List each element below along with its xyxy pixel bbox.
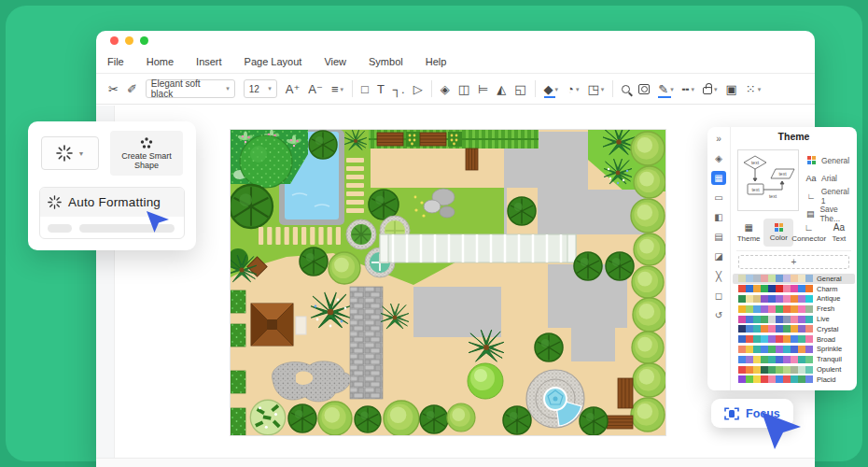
maximize-window-button[interactable]	[140, 36, 148, 45]
decrease-font-icon[interactable]: A⁻	[308, 83, 323, 95]
color-scheme-placid[interactable]: Placid	[733, 375, 855, 385]
clipart-icon[interactable]: ◪	[711, 249, 726, 263]
auto-format-icon	[56, 145, 73, 162]
color-swatch	[753, 346, 761, 353]
font-family-select[interactable]: Elegant soft black▾	[146, 79, 235, 98]
expand-icon[interactable]: ╳	[711, 269, 726, 283]
notes-icon[interactable]: ▤	[711, 230, 726, 244]
lock-icon[interactable]: ▾	[703, 83, 718, 94]
color-scheme-sprinkle[interactable]: Sprinkle	[733, 345, 855, 355]
menu-item-help[interactable]: Help	[426, 56, 447, 67]
color-scheme-list: GeneralCharmAntiqueFreshLiveCrystalBroad…	[733, 274, 855, 387]
add-color-scheme-button[interactable]: +	[738, 255, 849, 269]
color-swatch	[776, 316, 783, 323]
menu-item-page-layout[interactable]: Page Layout	[245, 56, 302, 67]
search-icon[interactable]	[622, 85, 630, 93]
auto-format-tool-button[interactable]: ▼	[41, 136, 99, 170]
color-scheme-fresh[interactable]: Fresh	[733, 304, 855, 314]
smart-shape-panel: ▼ Create Smart Shape Auto Formatting	[28, 121, 196, 250]
group-icon[interactable]: ◫	[458, 83, 469, 95]
color-swatch	[798, 356, 805, 363]
connection-points-icon[interactable]: ⁙▾	[746, 83, 761, 95]
color-swatch	[776, 335, 783, 343]
color-swatch	[738, 295, 746, 303]
color-scheme-general[interactable]: General	[733, 274, 855, 284]
tab-theme[interactable]: ▦Theme	[734, 219, 763, 247]
snapshot-icon[interactable]: ◻	[711, 289, 726, 303]
cut-icon[interactable]: ✂	[108, 83, 119, 95]
color-swatch	[753, 366, 761, 374]
scheme-name: Placid	[817, 375, 835, 384]
font-size-select[interactable]: 12▾	[244, 79, 277, 98]
format-painter-icon[interactable]: ✐	[127, 83, 137, 95]
theme-icon[interactable]: ▦	[711, 171, 726, 185]
color-swatch	[753, 275, 761, 282]
find-replace-icon[interactable]	[638, 84, 650, 94]
color-swatch	[753, 305, 761, 313]
flip-icon[interactable]: ◭	[497, 83, 506, 95]
color-scheme-live[interactable]: Live	[733, 314, 855, 324]
connector-tool-icon[interactable]: ┐.	[393, 83, 405, 95]
focus-button[interactable]: Focus	[711, 399, 793, 428]
tab-color[interactable]: Color	[763, 219, 793, 247]
background-icon[interactable]: ▭	[711, 191, 726, 205]
auto-formatting-card[interactable]: Auto Formatting	[39, 187, 185, 239]
theme-preview[interactable]: text text text text	[737, 149, 799, 211]
menu-item-symbol[interactable]: Symbol	[369, 56, 403, 67]
close-window-button[interactable]	[110, 36, 119, 45]
garden-plan-canvas[interactable]	[231, 130, 665, 435]
color-swatch	[791, 346, 798, 353]
increase-font-icon[interactable]: A⁺	[286, 83, 301, 95]
menu-item-home[interactable]: Home	[147, 56, 174, 67]
pen-color-icon[interactable]: ✎▾	[658, 83, 673, 95]
chevron-down-icon: ▾	[601, 86, 605, 92]
menu-item-view[interactable]: View	[324, 56, 346, 67]
color-swatch	[761, 325, 768, 333]
line-style-icon[interactable]: ╍▾	[682, 83, 694, 95]
color-scheme-opulent[interactable]: Opulent	[733, 364, 855, 375]
menu-item-insert[interactable]: Insert	[196, 56, 222, 67]
shape-tool-icon[interactable]: □	[361, 83, 369, 95]
menu-item-file[interactable]: File	[107, 56, 124, 67]
layers-icon[interactable]: ◧	[711, 210, 726, 224]
color-scheme-crystal[interactable]: Crystal	[733, 324, 855, 334]
color-swatch	[768, 346, 776, 353]
minimize-window-button[interactable]	[125, 36, 133, 45]
color-swatch	[805, 316, 813, 323]
history-icon[interactable]: ↺	[711, 308, 726, 322]
scheme-name: Broad	[817, 335, 835, 344]
color-scheme-tranquil[interactable]: Tranquil	[733, 354, 855, 364]
color-swatch	[753, 325, 761, 333]
color-swatch	[798, 346, 805, 353]
scheme-name: Sprinkle	[817, 345, 842, 353]
color-swatch	[798, 335, 805, 343]
pointer-tool-icon[interactable]: ▷	[413, 83, 423, 95]
focus-mode-icon[interactable]: ▣	[726, 83, 737, 95]
theme-setting-general-1[interactable]: ∟General 1	[805, 187, 855, 205]
color-swatch	[791, 356, 798, 363]
bring-front-icon[interactable]: ◱	[514, 83, 525, 95]
color-swatch	[798, 275, 805, 282]
layers-icon[interactable]: ◈	[441, 83, 450, 95]
theme-setting-general[interactable]: General	[805, 151, 855, 169]
color-swatch	[776, 325, 783, 333]
quick-style-icon[interactable]: ◔▾	[567, 83, 579, 95]
color-swatch	[738, 305, 746, 313]
color-swatch	[776, 285, 783, 292]
collapse-icon[interactable]: »	[711, 132, 726, 146]
tab-connector[interactable]: ∟Connector	[794, 219, 824, 247]
chevron-down-icon: ▾	[670, 86, 674, 92]
text-align-icon[interactable]: ≡▾	[331, 83, 343, 95]
align-objects-icon[interactable]: ⊨	[478, 83, 488, 95]
crop-icon[interactable]: ◳▾	[587, 83, 604, 95]
tab-text[interactable]: AaText	[824, 219, 854, 247]
fill-color-icon[interactable]: ◆▾	[544, 83, 559, 95]
color-scheme-broad[interactable]: Broad	[733, 334, 855, 345]
fill-style-icon[interactable]: ◈	[711, 151, 726, 165]
theme-setting-arial[interactable]: AaArial	[805, 169, 855, 187]
create-smart-shape-button[interactable]: Create Smart Shape	[110, 131, 183, 176]
color-scheme-antique[interactable]: Antique	[733, 294, 855, 304]
toolbar-separator	[612, 80, 613, 97]
color-scheme-charm[interactable]: Charm	[733, 284, 855, 294]
text-tool-icon[interactable]: T	[377, 83, 385, 95]
